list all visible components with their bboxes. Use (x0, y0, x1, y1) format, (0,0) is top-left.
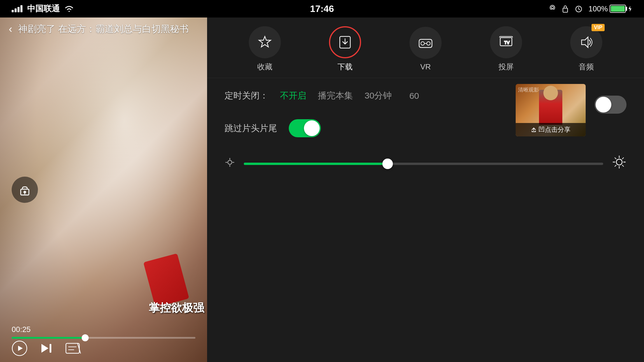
brightness-low-icon (225, 157, 235, 170)
download-icon (337, 35, 353, 50)
settings-area: 定时关闭： 不开启 播完本集 30分钟 60 清晰观影 (207, 78, 644, 362)
back-button[interactable]: ‹ (9, 23, 12, 35)
vr-icon-item[interactable]: VR (410, 27, 442, 71)
next-button[interactable] (39, 341, 54, 356)
brightness-slider[interactable] (244, 163, 603, 165)
play-button[interactable] (12, 340, 27, 356)
skip-intro-knob (304, 120, 320, 136)
brightness-thumb[interactable] (382, 159, 393, 169)
svg-line-27 (615, 158, 616, 159)
audio-icon-item[interactable]: VIP 音频 (570, 26, 602, 72)
icons-row: 收藏 下载 (207, 17, 644, 78)
download-icon-circle (329, 26, 361, 58)
svg-line-30 (615, 165, 616, 167)
svg-line-28 (622, 165, 624, 167)
svg-point-22 (616, 159, 622, 165)
right-panel: 收藏 下载 (207, 17, 644, 362)
video-title: 神剧亮了 在远方：霸道刘总与白切黑秘书 (18, 23, 189, 36)
cast-icon: TV (498, 35, 514, 50)
timer-option-60[interactable]: 60 (409, 91, 419, 101)
alarm-icon (575, 5, 583, 13)
lock-button[interactable] (12, 177, 38, 203)
brightness-fill (244, 163, 388, 165)
thumbnail-watermark: 清晰观影 (518, 86, 539, 93)
timer-option-episode[interactable]: 播完本集 (318, 90, 353, 102)
wifi-icon (64, 5, 74, 13)
collect-label: 收藏 (257, 62, 272, 72)
svg-point-14 (427, 42, 430, 45)
vr-label: VR (420, 62, 431, 71)
location-icon (549, 5, 556, 13)
charging-icon (628, 5, 632, 12)
svg-point-13 (421, 42, 424, 45)
star-icon (257, 35, 272, 50)
status-left: 中国联通 (12, 3, 74, 14)
svg-line-29 (622, 158, 624, 159)
battery-icon (610, 5, 626, 13)
video-panel: ‹ 神剧亮了 在远方：霸道刘总与白切黑秘书 掌控欲极强 00:25 (0, 17, 207, 362)
sun-small-icon (225, 157, 235, 168)
timer-option-off[interactable]: 不开启 (280, 90, 306, 102)
skip-intro-label: 跳过片头片尾 (225, 122, 277, 134)
timer-option-30[interactable]: 30分钟 (365, 90, 392, 102)
brightness-high-icon (612, 155, 626, 173)
next-icon (39, 341, 54, 356)
cast-label: 投屏 (498, 62, 514, 72)
danmaku-button[interactable] (65, 341, 83, 356)
carrier-label: 中国联通 (27, 3, 60, 14)
progress-container: 00:25 (0, 325, 207, 339)
svg-rect-6 (50, 344, 51, 353)
play-icon (12, 340, 27, 356)
lock-icon (18, 183, 31, 196)
video-controls (0, 340, 207, 356)
main-content: ‹ 神剧亮了 在远方：霸道刘总与白切黑秘书 掌控欲极强 00:25 (0, 17, 644, 362)
collect-icon-circle (249, 26, 281, 58)
sun-large-icon (612, 155, 626, 169)
video-subtitle: 掌控欲极强 (149, 301, 207, 315)
share-icon (531, 127, 537, 133)
svg-rect-1 (563, 8, 568, 12)
audio-label: 音频 (579, 62, 594, 72)
download-label: 下载 (337, 62, 353, 72)
screen-lock-icon (562, 5, 569, 13)
progress-bar[interactable] (12, 337, 195, 339)
status-right: 100% (549, 4, 633, 13)
brightness-row (225, 155, 626, 173)
cast-icon-circle: TV (490, 26, 522, 58)
vip-tag: VIP (592, 24, 605, 31)
svg-point-17 (228, 160, 232, 164)
vr-icon (418, 35, 433, 50)
battery-indicator: 100% (589, 4, 633, 13)
audio-icon-circle: VIP (570, 26, 602, 58)
current-time: 00:25 (12, 325, 195, 334)
status-bar: 中国联通 17:46 100% (0, 0, 644, 17)
timer-label: 定时关闭： (225, 90, 268, 102)
svg-rect-7 (66, 343, 79, 353)
vr-icon-circle (410, 27, 442, 59)
progress-fill (12, 337, 85, 339)
thumbnail-preview: 清晰观影 凹点击分享 (516, 84, 586, 136)
battery-percent: 100% (589, 4, 608, 13)
second-toggle[interactable] (594, 96, 626, 114)
video-top-bar: ‹ 神剧亮了 在远方：霸道刘总与白切黑秘书 (0, 17, 207, 41)
second-toggle-container (594, 96, 626, 114)
svg-text:TV: TV (504, 40, 510, 45)
share-text: 凹点击分享 (538, 125, 570, 134)
share-button[interactable]: 凹点击分享 (516, 123, 586, 136)
second-toggle-knob (596, 97, 611, 113)
skip-intro-toggle[interactable] (289, 119, 321, 137)
status-time: 17:46 (310, 3, 334, 14)
download-icon-item[interactable]: 下载 (329, 26, 361, 72)
danmaku-icon (65, 341, 83, 356)
collect-icon-item[interactable]: 收藏 (249, 26, 281, 72)
signal-icon (12, 5, 22, 12)
audio-icon (579, 35, 594, 50)
cast-icon-item[interactable]: TV 投屏 (490, 26, 522, 72)
